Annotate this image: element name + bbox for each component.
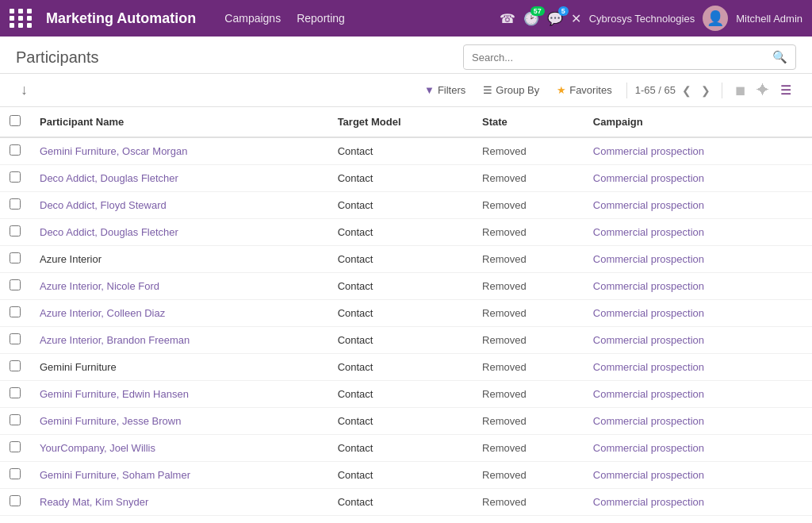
participant-name-cell[interactable]: Deco Addict, Douglas Fletcher	[30, 165, 328, 192]
campaign-cell[interactable]: Commercial prospection	[584, 165, 812, 192]
campaign-cell[interactable]: Commercial prospection	[584, 381, 812, 408]
row-checkbox[interactable]	[10, 333, 21, 344]
campaign-cell[interactable]: Commercial prospection	[584, 246, 812, 273]
row-checkbox-cell[interactable]	[0, 219, 30, 246]
activity-icon[interactable]: 🕑 57	[523, 11, 539, 26]
divider2	[722, 83, 722, 98]
participant-name-cell[interactable]: Azure Interior, Colleen Diaz	[30, 300, 328, 327]
campaign-cell[interactable]: Commercial prospection	[584, 435, 812, 462]
row-checkbox-cell[interactable]	[0, 489, 30, 516]
row-checkbox[interactable]	[10, 441, 21, 452]
participant-name-cell[interactable]: Azure Interior, Nicole Ford	[30, 273, 328, 300]
nav-campaigns[interactable]: Campaigns	[224, 9, 281, 28]
campaign-cell[interactable]: Commercial prospection	[584, 273, 812, 300]
participant-name-cell[interactable]: Gemini Furniture, Jesse Brown	[30, 408, 328, 435]
table-row: Ready Mat, Edith SanchezContactRemovedCo…	[0, 516, 812, 520]
target-model-cell: Contact	[328, 408, 473, 435]
groupby-button[interactable]: ☰ Group By	[477, 81, 546, 99]
page-title: Participants	[16, 48, 99, 67]
download-button[interactable]: ↓	[16, 79, 33, 102]
col-state: State	[473, 107, 584, 137]
star-icon: ★	[557, 84, 566, 96]
target-model-cell: Contact	[328, 435, 473, 462]
list-view-button[interactable]: ☰	[776, 80, 796, 100]
campaign-cell[interactable]: Commercial prospection	[584, 192, 812, 219]
participant-name-cell[interactable]: Ready Mat, Kim Snyder	[30, 489, 328, 516]
nav-reporting[interactable]: Reporting	[297, 9, 345, 28]
participant-name-cell[interactable]: Deco Addict, Floyd Steward	[30, 192, 328, 219]
username: Mitchell Admin	[736, 13, 802, 25]
table-container: Participant Name Target Model State Camp…	[0, 107, 812, 519]
filters-button[interactable]: ▼ Filters	[418, 81, 472, 99]
row-checkbox[interactable]	[10, 414, 21, 425]
campaign-cell[interactable]: Commercial prospection	[584, 462, 812, 489]
filter-icon: ▼	[424, 84, 435, 96]
col-participant-name: Participant Name	[30, 107, 328, 137]
campaign-cell[interactable]: Commercial prospection	[584, 327, 812, 354]
campaign-cell[interactable]: Commercial prospection	[584, 137, 812, 165]
target-model-cell: Contact	[328, 219, 473, 246]
search-input[interactable]	[464, 47, 764, 68]
phone-icon[interactable]: ☎	[500, 11, 515, 26]
chart-view-button[interactable]: ◼	[730, 80, 750, 100]
campaign-cell[interactable]: Commercial prospection	[584, 516, 812, 520]
apps-menu-icon[interactable]	[10, 9, 33, 28]
participant-name-cell[interactable]: Azure Interior, Brandon Freeman	[30, 327, 328, 354]
row-checkbox[interactable]	[10, 306, 21, 317]
message-icon[interactable]: 💬 5	[547, 11, 563, 26]
row-checkbox[interactable]	[10, 468, 21, 479]
participant-name-cell[interactable]: YourCompany, Joel Willis	[30, 435, 328, 462]
close-icon[interactable]: ✕	[571, 11, 581, 26]
state-cell: Removed	[473, 435, 584, 462]
campaign-cell[interactable]: Commercial prospection	[584, 300, 812, 327]
row-checkbox-cell[interactable]	[0, 408, 30, 435]
campaign-cell[interactable]: Commercial prospection	[584, 354, 812, 381]
row-checkbox-cell[interactable]	[0, 516, 30, 520]
prev-page-button[interactable]: ❮	[679, 83, 695, 98]
row-checkbox[interactable]	[10, 144, 21, 156]
row-checkbox-cell[interactable]	[0, 192, 30, 219]
row-checkbox-cell[interactable]	[0, 300, 30, 327]
row-checkbox[interactable]	[10, 387, 21, 398]
row-checkbox-cell[interactable]	[0, 137, 30, 165]
row-checkbox-cell[interactable]	[0, 246, 30, 273]
table-row: Deco Addict, Douglas FletcherContactRemo…	[0, 219, 812, 246]
participant-name-cell[interactable]: Deco Addict, Douglas Fletcher	[30, 219, 328, 246]
participant-name-cell[interactable]: Ready Mat, Edith Sanchez	[30, 516, 328, 520]
participant-name-cell[interactable]: Gemini Furniture, Edwin Hansen	[30, 381, 328, 408]
state-cell: Removed	[473, 327, 584, 354]
row-checkbox-cell[interactable]	[0, 435, 30, 462]
row-checkbox[interactable]	[10, 495, 21, 506]
row-checkbox-cell[interactable]	[0, 165, 30, 192]
pagination: 1-65 / 65 ❮ ❯	[635, 83, 714, 98]
company-name: Cybrosys Technologies	[589, 13, 695, 25]
next-page-button[interactable]: ❯	[698, 83, 714, 98]
row-checkbox[interactable]	[10, 252, 21, 263]
participant-name-cell[interactable]: Gemini Furniture, Soham Palmer	[30, 462, 328, 489]
campaign-cell[interactable]: Commercial prospection	[584, 408, 812, 435]
table-row: YourCompany, Joel WillisContactRemovedCo…	[0, 435, 812, 462]
target-model-cell: Contact	[328, 381, 473, 408]
row-checkbox-cell[interactable]	[0, 381, 30, 408]
row-checkbox[interactable]	[10, 198, 21, 210]
kanban-view-button[interactable]: ⯌	[752, 80, 774, 100]
row-checkbox-cell[interactable]	[0, 273, 30, 300]
campaign-cell[interactable]: Commercial prospection	[584, 219, 812, 246]
row-checkbox[interactable]	[10, 171, 21, 183]
search-button[interactable]: 🔍	[764, 45, 795, 69]
select-all-checkbox[interactable]	[10, 115, 21, 126]
table-row: Gemini Furniture, Edwin HansenContactRem…	[0, 381, 812, 408]
row-checkbox-cell[interactable]	[0, 354, 30, 381]
row-checkbox[interactable]	[10, 225, 21, 237]
row-checkbox[interactable]	[10, 279, 21, 290]
campaign-cell[interactable]: Commercial prospection	[584, 489, 812, 516]
row-checkbox-cell[interactable]	[0, 462, 30, 489]
row-checkbox-cell[interactable]	[0, 327, 30, 354]
col-target-model: Target Model	[328, 107, 473, 137]
select-all-header[interactable]	[0, 107, 30, 137]
target-model-cell: Contact	[328, 462, 473, 489]
participant-name-cell[interactable]: Gemini Furniture, Oscar Morgan	[30, 137, 328, 165]
avatar[interactable]: 👤	[703, 6, 728, 31]
favorites-button[interactable]: ★ Favorites	[550, 81, 618, 99]
row-checkbox[interactable]	[10, 360, 21, 371]
